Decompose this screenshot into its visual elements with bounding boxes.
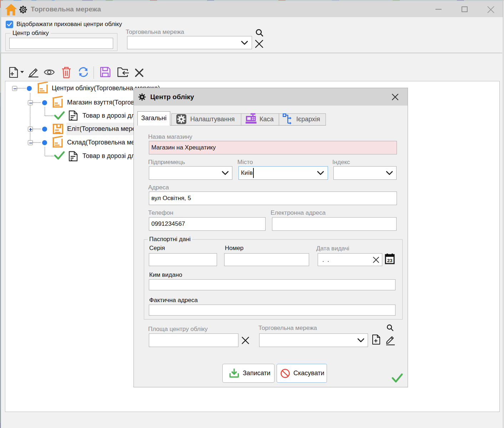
svg-text:23: 23 bbox=[387, 258, 392, 263]
